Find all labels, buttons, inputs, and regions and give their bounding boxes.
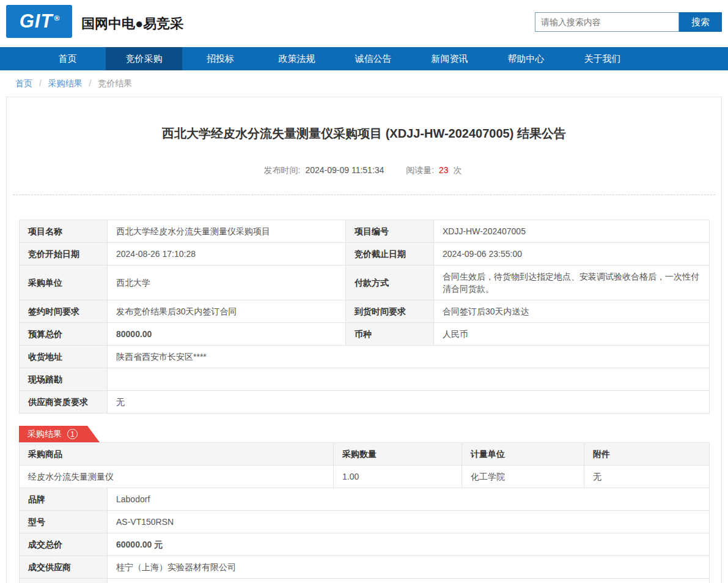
field-label: 付款方式 [346, 266, 434, 300]
nav-item-home[interactable]: 首页 [29, 47, 106, 70]
field-label: 预算总价 [20, 323, 108, 346]
field-label: 供应商资质要求 [20, 391, 108, 414]
field-value [108, 368, 710, 391]
article-meta: 发布时间: 2024-09-09 11:51:34 阅读量: 23 次 [7, 165, 721, 176]
table-row: 成交总价 60000.00 元 [20, 533, 710, 556]
breadcrumb: 首页 / 采购结果 / 竞价结果 [0, 70, 728, 97]
breadcrumb-link-procurement-results[interactable]: 采购结果 [48, 78, 83, 88]
table-row: 成交供应商 桂宁（上海）实验器材有限公司 [20, 556, 710, 579]
views-label: 阅读量: [406, 165, 434, 175]
table-row: 收货地址 陕西省西安市长安区**** [20, 346, 710, 368]
table-row: 质保及售后服务 操作培训及质保售后。质保及响应时效: 质保期:验收合格后1年。响… [20, 579, 710, 583]
field-label: 成交总价 [20, 533, 108, 556]
table-row: 经皮水分流失量测量仪 1.00 化工学院 无 [20, 466, 710, 488]
product-name: 经皮水分流失量测量仪 [20, 466, 334, 488]
field-label: 竞价截止日期 [346, 243, 434, 266]
field-value: 人民币 [434, 323, 710, 346]
site-logo[interactable]: GIT® [6, 5, 72, 38]
field-label: 币种 [346, 323, 434, 346]
table-row: 预算总价 80000.00 币种 人民币 [20, 323, 710, 346]
table-row: 现场踏勘 [20, 368, 710, 391]
field-label: 型号 [20, 511, 108, 533]
table-row: 采购单位 西北大学 付款方式 合同生效后，待货物到达指定地点、安装调试验收合格后… [20, 266, 710, 300]
nav-item-bidding-procurement[interactable]: 竞价采购 [106, 47, 182, 70]
field-label: 项目编号 [346, 220, 434, 243]
page-header: GIT® 国网中电●易竞采 搜索 [0, 0, 728, 47]
field-label: 成交供应商 [20, 556, 108, 579]
deal-total-price: 60000.00 元 [108, 533, 710, 556]
field-label: 品牌 [20, 488, 108, 511]
field-value: 合同生效后，待货物到达指定地点、安装调试验收合格后，一次性付清合同货款。 [434, 266, 710, 300]
search-button[interactable]: 搜索 [679, 12, 722, 32]
result-product-table: 采购商品 采购数量 计量单位 附件 经皮水分流失量测量仪 1.00 化工学院 无 [19, 442, 710, 488]
field-value: 陕西省西安市长安区**** [108, 346, 710, 368]
result-count-badge: 1 [67, 429, 78, 439]
field-label: 采购单位 [20, 266, 108, 300]
result-section-header: 采购结果 1 [19, 426, 721, 442]
logo-git-text: GIT® [20, 10, 59, 32]
field-value: 西北大学经皮水分流失量测量仪采购项目 [108, 220, 346, 243]
model-value: AS-VT150RSN [108, 511, 710, 533]
column-header: 计量单位 [462, 443, 584, 466]
nav-item-news[interactable]: 新闻资讯 [411, 47, 488, 70]
search-box: 搜索 [535, 12, 722, 32]
nav-item-tender[interactable]: 招投标 [182, 47, 259, 70]
breadcrumb-link-home[interactable]: 首页 [15, 78, 32, 88]
table-row: 竞价开始日期 2024-08-26 17:10:28 竞价截止日期 2024-0… [20, 243, 710, 266]
page-title: 西北大学经皮水分流失量测量仪采购项目 (XDJJ-HW-202407005) 结… [7, 125, 721, 142]
column-header: 采购数量 [334, 443, 462, 466]
table-row: 签约时间要求 发布竞价结果后30天内签订合同 到货时间要求 合同签订后30天内送… [20, 300, 710, 323]
product-unit: 化工学院 [462, 466, 584, 488]
publish-time-value: 2024-09-09 11:51:34 [305, 165, 384, 175]
field-label: 质保及售后服务 [20, 579, 108, 583]
registered-trademark-icon: ® [54, 14, 60, 23]
field-value: 合同签订后30天内送达 [434, 300, 710, 323]
project-info-table: 项目名称 西北大学经皮水分流失量测量仪采购项目 项目编号 XDJJ-HW-202… [19, 220, 710, 414]
nav-item-help-center[interactable]: 帮助中心 [488, 47, 564, 70]
field-label: 到货时间要求 [346, 300, 434, 323]
field-label: 签约时间要求 [20, 300, 108, 323]
product-quantity: 1.00 [334, 466, 462, 488]
table-row: 供应商资质要求 无 [20, 391, 710, 414]
budget-total-price: 80000.00 [108, 323, 346, 346]
column-header: 附件 [584, 443, 710, 466]
field-value: 2024-09-06 23:55:00 [434, 243, 710, 266]
publish-time-label: 发布时间: [264, 165, 301, 175]
field-label: 项目名称 [20, 220, 108, 243]
field-value: 西北大学 [108, 266, 346, 300]
content-card: 西北大学经皮水分流失量测量仪采购项目 (XDJJ-HW-202407005) 结… [6, 97, 722, 583]
table-row: 品牌 Labodorf [20, 488, 710, 511]
product-attachment: 无 [584, 466, 710, 488]
table-row: 项目名称 西北大学经皮水分流失量测量仪采购项目 项目编号 XDJJ-HW-202… [20, 220, 710, 243]
nav-item-about-us[interactable]: 关于我们 [564, 47, 641, 70]
table-header-row: 采购商品 采购数量 计量单位 附件 [20, 443, 710, 466]
warranty-service-value: 操作培训及质保售后。质保及响应时效: 质保期:验收合格后1年。响应时效:即时响应… [108, 579, 710, 583]
breadcrumb-separator: / [39, 78, 42, 88]
nav-item-policy[interactable]: 政策法规 [259, 47, 335, 70]
result-ribbon-label: 采购结果 [28, 429, 62, 440]
search-input[interactable] [535, 12, 679, 32]
dashed-divider [13, 195, 715, 195]
site-title: 国网中电●易竞采 [81, 15, 183, 33]
table-row: 型号 AS-VT150RSN [20, 511, 710, 533]
views-unit: 次 [453, 165, 461, 175]
field-label: 竞价开始日期 [20, 243, 108, 266]
column-header: 采购商品 [20, 443, 334, 466]
field-value: 无 [108, 391, 710, 414]
field-label: 现场踏勘 [20, 368, 108, 391]
breadcrumb-current: 竞价结果 [98, 78, 132, 88]
nav-item-integrity-notice[interactable]: 诚信公告 [335, 47, 411, 70]
field-value: 发布竞价结果后30天内签订合同 [108, 300, 346, 323]
supplier-value: 桂宁（上海）实验器材有限公司 [108, 556, 710, 579]
result-detail-table: 品牌 Labodorf 型号 AS-VT150RSN 成交总价 60000.00… [19, 488, 710, 583]
field-value: 2024-08-26 17:10:28 [108, 243, 346, 266]
field-value: XDJJ-HW-202407005 [434, 220, 710, 243]
breadcrumb-separator: / [89, 78, 92, 88]
field-label: 收货地址 [20, 346, 108, 368]
result-ribbon: 采购结果 1 [19, 426, 100, 442]
brand-value: Labodorf [108, 488, 710, 511]
views-count: 23 [439, 165, 449, 175]
main-nav: 首页 竞价采购 招投标 政策法规 诚信公告 新闻资讯 帮助中心 关于我们 [0, 47, 728, 70]
